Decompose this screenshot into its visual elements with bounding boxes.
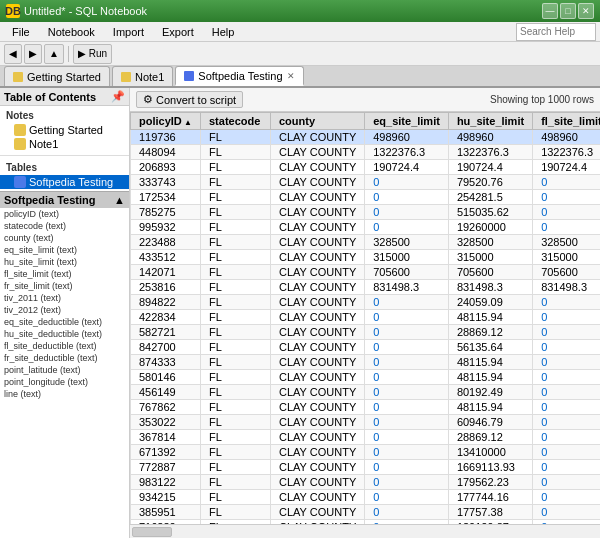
menu-import[interactable]: Import <box>105 24 152 40</box>
field-item[interactable]: tiv_2012 (text) <box>0 304 129 316</box>
scrollbar-thumb[interactable] <box>132 527 172 537</box>
table-container[interactable]: policyID statecode county eq_site_limit … <box>130 112 600 524</box>
table-row[interactable]: 785275FLCLAY COUNTY0515035.6200 <box>131 205 601 220</box>
table-row[interactable]: 353022FLCLAY COUNTY060946.7900 <box>131 415 601 430</box>
back-button[interactable]: ◀ <box>4 44 22 64</box>
table-row[interactable]: 582721FLCLAY COUNTY028869.1200 <box>131 325 601 340</box>
cell-statecode: FL <box>201 220 271 235</box>
cell-hu_site_limit: 1322376.3 <box>448 145 532 160</box>
tab-note1[interactable]: Note1 <box>112 66 173 86</box>
field-item[interactable]: hu_site_limit (text) <box>0 256 129 268</box>
table-row[interactable]: 671392FLCLAY COUNTY01341000000 <box>131 445 601 460</box>
field-item[interactable]: tiv_2011 (text) <box>0 292 129 304</box>
cell-statecode: FL <box>201 280 271 295</box>
toolbar-separator <box>68 46 69 62</box>
table-row[interactable]: 874333FLCLAY COUNTY048115.9400 <box>131 355 601 370</box>
table-row[interactable]: 983122FLCLAY COUNTY0179562.2300 <box>131 475 601 490</box>
search-input[interactable] <box>516 23 596 41</box>
field-item[interactable]: statecode (text) <box>0 220 129 232</box>
cell-policyid: 934215 <box>131 490 201 505</box>
field-item[interactable]: eq_site_deductible (text) <box>0 316 129 328</box>
field-item[interactable]: point_longitude (text) <box>0 376 129 388</box>
table-row[interactable]: 119736FLCLAY COUNTY498960498960498960498… <box>131 130 601 145</box>
tab-getting-started[interactable]: Getting Started <box>4 66 110 86</box>
table-row[interactable]: 333743FLCLAY COUNTY079520.7600 <box>131 175 601 190</box>
field-item[interactable]: eq_site_limit (text) <box>0 244 129 256</box>
cell-eq_site_limit: 0 <box>365 400 449 415</box>
cell-statecode: FL <box>201 175 271 190</box>
cell-county: CLAY COUNTY <box>271 295 365 310</box>
cell-eq_site_limit: 0 <box>365 460 449 475</box>
table-row[interactable]: 367814FLCLAY COUNTY028869.1200 <box>131 430 601 445</box>
sidebar-tables-title: Tables <box>0 160 129 175</box>
field-item[interactable]: fr_site_deductible (text) <box>0 352 129 364</box>
horizontal-scrollbar[interactable] <box>130 524 600 538</box>
cell-policyid: 385951 <box>131 505 201 520</box>
title-bar: DB Untitled* - SQL Notebook — □ ✕ <box>0 0 600 22</box>
sidebar-tables-section: Tables Softpedia Testing <box>0 158 129 191</box>
sidebar-item-getting-started[interactable]: Getting Started <box>0 123 129 137</box>
minimize-button[interactable]: — <box>542 3 558 19</box>
field-item[interactable]: county (text) <box>0 232 129 244</box>
tab-close-softpedia[interactable]: ✕ <box>287 71 295 81</box>
col-header-policyid[interactable]: policyID <box>131 113 201 130</box>
up-button[interactable]: ▲ <box>44 44 64 64</box>
sidebar-item-note1[interactable]: Note1 <box>0 137 129 151</box>
sidebar-lower-toggle[interactable]: ▲ <box>114 194 125 206</box>
table-row[interactable]: 580146FLCLAY COUNTY048115.9400 <box>131 370 601 385</box>
field-item[interactable]: fr_site_limit (text) <box>0 280 129 292</box>
cell-county: CLAY COUNTY <box>271 265 365 280</box>
tab-softpedia-testing[interactable]: Softpedia Testing ✕ <box>175 66 303 86</box>
table-row[interactable]: 142071FLCLAY COUNTY705600705600705600705… <box>131 265 601 280</box>
menu-notebook[interactable]: Notebook <box>40 24 103 40</box>
table-row[interactable]: 995932FLCLAY COUNTY01926000000 <box>131 220 601 235</box>
table-row[interactable]: 172534FLCLAY COUNTY0254281.50254281.5 <box>131 190 601 205</box>
cell-statecode: FL <box>201 415 271 430</box>
table-row[interactable]: 433512FLCLAY COUNTY315000315000315000315… <box>131 250 601 265</box>
table-row[interactable]: 385951FLCLAY COUNTY017757.3800 <box>131 505 601 520</box>
field-item[interactable]: point_latitude (text) <box>0 364 129 376</box>
table-row[interactable]: 456149FLCLAY COUNTY080192.4900 <box>131 385 601 400</box>
field-item[interactable]: fl_site_limit (text) <box>0 268 129 280</box>
field-item[interactable]: policyID (text) <box>0 208 129 220</box>
run-button[interactable]: ▶ Run <box>73 44 112 64</box>
sidebar-item-softpedia[interactable]: Softpedia Testing <box>0 175 129 189</box>
field-item[interactable]: fl_site_deductible (text) <box>0 340 129 352</box>
cell-statecode: FL <box>201 355 271 370</box>
sidebar-pin[interactable]: 📌 <box>111 90 125 103</box>
forward-button[interactable]: ▶ <box>24 44 42 64</box>
table-row[interactable]: 206893FLCLAY COUNTY190724.4190724.419072… <box>131 160 601 175</box>
col-header-eq_site_limit[interactable]: eq_site_limit <box>365 113 449 130</box>
col-header-statecode[interactable]: statecode <box>201 113 271 130</box>
cell-county: CLAY COUNTY <box>271 505 365 520</box>
cell-policyid: 842700 <box>131 340 201 355</box>
table-row[interactable]: 448094FLCLAY COUNTY1322376.31322376.3132… <box>131 145 601 160</box>
col-header-hu_site_limit[interactable]: hu_site_limit <box>448 113 532 130</box>
convert-to-script-button[interactable]: ⚙ Convert to script <box>136 91 243 108</box>
col-header-county[interactable]: county <box>271 113 365 130</box>
menu-export[interactable]: Export <box>154 24 202 40</box>
cell-county: CLAY COUNTY <box>271 325 365 340</box>
menu-help[interactable]: Help <box>204 24 243 40</box>
table-row[interactable]: 772887FLCLAY COUNTY01669113.9300 <box>131 460 601 475</box>
table-row[interactable]: 422834FLCLAY COUNTY048115.9400 <box>131 310 601 325</box>
cell-fl_site_limit: 0 <box>533 175 600 190</box>
window-controls[interactable]: — □ ✕ <box>542 3 594 19</box>
field-item[interactable]: line (text) <box>0 388 129 400</box>
table-row[interactable]: 894822FLCLAY COUNTY024059.0900 <box>131 295 601 310</box>
close-button[interactable]: ✕ <box>578 3 594 19</box>
table-row[interactable]: 767862FLCLAY COUNTY048115.9400 <box>131 400 601 415</box>
menu-file[interactable]: File <box>4 24 38 40</box>
table-row[interactable]: 253816FLCLAY COUNTY831498.3831498.383149… <box>131 280 601 295</box>
table-row[interactable]: 716332FLCLAY COUNTY0130129.8700 <box>131 520 601 525</box>
field-item[interactable]: hu_site_deductible (text) <box>0 328 129 340</box>
table-row[interactable]: 223488FLCLAY COUNTY328500328500328500328… <box>131 235 601 250</box>
maximize-button[interactable]: □ <box>560 3 576 19</box>
cell-hu_site_limit: 28869.12 <box>448 325 532 340</box>
table-row[interactable]: 842700FLCLAY COUNTY056135.6400 <box>131 340 601 355</box>
cell-hu_site_limit: 79520.76 <box>448 175 532 190</box>
convert-icon: ⚙ <box>143 93 153 106</box>
col-header-fl_site_limit[interactable]: fl_site_limit <box>533 113 600 130</box>
table-row[interactable]: 934215FLCLAY COUNTY0177744.1600 <box>131 490 601 505</box>
cell-county: CLAY COUNTY <box>271 220 365 235</box>
